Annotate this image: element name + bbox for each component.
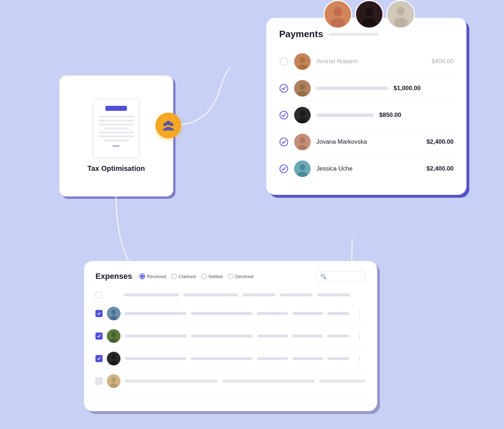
svg-point-14 — [394, 18, 407, 28]
check-2 — [97, 334, 101, 338]
filter-claimed-label: Claimed — [179, 274, 196, 279]
payment-row-4: Jovana Markovska $2,400.00 — [279, 129, 454, 156]
amount-1: $400.00 — [432, 58, 454, 65]
radio-settled — [201, 273, 207, 279]
svg-point-15 — [280, 58, 288, 65]
expenses-title: Expenses — [95, 272, 132, 281]
doc-line — [98, 116, 134, 118]
tax-card: Tax Optimisation — [59, 75, 173, 197]
checked-circle-4 — [279, 137, 288, 147]
doc-line — [98, 132, 134, 133]
more-options-3[interactable]: ⋮ — [354, 353, 366, 364]
row-data-2e — [327, 335, 349, 337]
amount-2: $1,000.00 — [394, 85, 421, 92]
expense-row-2: ⋮ — [95, 325, 366, 347]
avatar-row3 — [294, 107, 311, 123]
doc-line — [98, 124, 134, 125]
th-col1 — [124, 294, 179, 296]
more-options-1[interactable]: ⋮ — [354, 308, 366, 319]
name-jessica: Jessica Uche — [316, 165, 421, 172]
svg-point-33 — [300, 164, 305, 171]
row-data-1e — [327, 312, 349, 315]
row-data-4c — [319, 380, 366, 383]
expense-avatar-1 — [107, 307, 120, 320]
payment-row-5: Jessica Uche $2,400.00 — [279, 156, 454, 182]
row-data-3d — [292, 357, 323, 360]
filter-settled[interactable]: Settled — [201, 273, 223, 279]
filter-declined[interactable]: Declined — [228, 273, 253, 279]
expense-row-4 — [95, 370, 366, 393]
svg-point-2 — [170, 123, 173, 126]
row-data-2c — [257, 335, 288, 337]
row-data-1a — [125, 312, 187, 315]
payments-progress-bar — [329, 33, 379, 36]
checkbox-3[interactable] — [95, 355, 103, 362]
table-header — [95, 289, 366, 301]
svg-point-13 — [397, 7, 405, 15]
svg-point-31 — [280, 165, 288, 173]
row-data-2a — [125, 335, 187, 337]
expense-row-3: ⋮ — [95, 347, 366, 370]
svg-point-23 — [280, 111, 288, 119]
svg-point-25 — [300, 111, 305, 117]
name-jovana: Jovana Markovska — [316, 138, 421, 146]
check-3 — [97, 356, 101, 361]
doc-line-short — [104, 128, 129, 129]
row-data-2b — [191, 335, 253, 337]
expense-avatar-4 — [107, 374, 120, 388]
group-icon — [155, 113, 181, 138]
payments-header: Payments — [279, 29, 454, 40]
avatar-jovana — [294, 134, 311, 150]
svg-point-10 — [365, 8, 373, 16]
row-data-1c — [257, 312, 288, 315]
filter-declined-label: Declined — [235, 274, 253, 279]
expense-avatar-3 — [107, 352, 120, 365]
th-col3 — [242, 294, 275, 296]
svg-point-1 — [164, 123, 167, 126]
row-data-1d — [292, 312, 323, 315]
search-icon: 🔍 — [320, 273, 326, 279]
payment-row-2: $1,000.00 — [279, 75, 454, 102]
svg-point-17 — [300, 57, 305, 63]
doc-line-short — [104, 139, 129, 141]
svg-point-42 — [112, 355, 116, 360]
checkbox-1[interactable] — [95, 310, 103, 317]
svg-point-0 — [166, 121, 171, 125]
search-box[interactable]: 🔍 — [316, 271, 366, 282]
checked-circle-2 — [279, 84, 288, 93]
row-data-3a — [125, 357, 187, 360]
svg-point-7 — [333, 7, 342, 16]
filter-received[interactable]: Received — [139, 273, 166, 279]
name-aminat: Aminat Nojeem — [316, 58, 426, 65]
doc-header-bar — [105, 106, 127, 111]
unchecked-circle-1 — [279, 57, 288, 66]
row-data-3c — [257, 357, 288, 360]
doc-line — [98, 135, 134, 137]
row-data-3b — [191, 357, 253, 360]
checkbox-2[interactable] — [95, 332, 103, 340]
svg-point-21 — [300, 84, 305, 90]
filter-received-label: Received — [147, 274, 166, 279]
payments-title: Payments — [279, 29, 323, 40]
row-data-2d — [292, 335, 323, 337]
payment-row-1: Aminat Nojeem $400.00 — [279, 48, 454, 75]
amount-5: $2,400.00 — [426, 165, 454, 172]
group-svg — [161, 118, 176, 133]
checked-circle-5 — [279, 164, 288, 173]
checkbox-4[interactable] — [95, 378, 103, 385]
row-data-3e — [327, 357, 349, 360]
expenses-card: Expenses Received Claimed Settled Declin… — [84, 261, 377, 411]
doc-line — [98, 120, 134, 122]
tax-document — [93, 99, 139, 158]
avatar-1 — [323, 0, 352, 29]
filter-claimed[interactable]: Claimed — [171, 273, 196, 279]
header-checkbox[interactable] — [95, 292, 102, 298]
svg-point-4 — [163, 128, 167, 131]
payment-row-3: $850.00 — [279, 102, 454, 129]
name-placeholder-3 — [316, 113, 374, 117]
avatar-row2 — [294, 80, 311, 97]
name-placeholder-2 — [316, 87, 388, 90]
expense-avatar-2 — [107, 329, 120, 343]
more-options-2[interactable]: ⋮ — [354, 331, 366, 341]
amount-4: $2,400.00 — [426, 138, 454, 146]
